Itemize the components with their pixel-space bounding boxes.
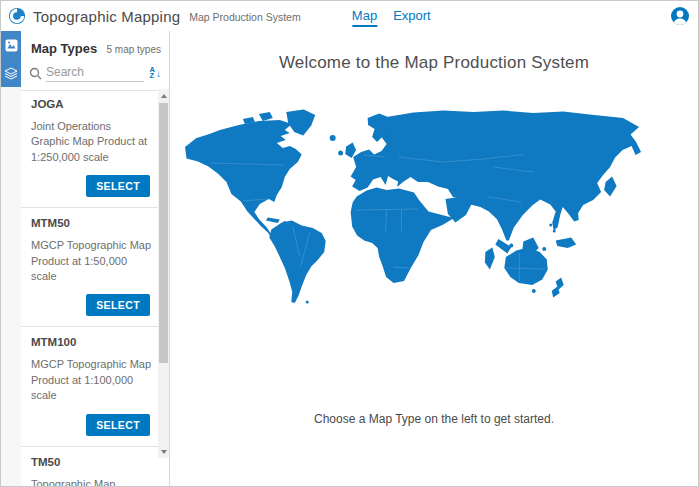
sidebar-scrollbar[interactable]: [158, 89, 169, 458]
map-type-name: TM50: [31, 456, 152, 468]
select-button-mtm100[interactable]: SELECT: [86, 414, 150, 436]
select-button-joga[interactable]: SELECT: [86, 175, 150, 197]
map-type-name: MTM100: [31, 336, 152, 348]
tool-rail: [1, 31, 21, 486]
map-type-list: JOGA Joint Operations Graphic Map Produc…: [21, 89, 158, 486]
body-row: Map Types 5 map types A Z ↓: [1, 31, 698, 486]
list-item-joga: JOGA Joint Operations Graphic Map Produc…: [21, 89, 158, 208]
map-type-name: MTM50: [31, 217, 152, 229]
scrollbar-down-icon[interactable]: [158, 445, 169, 458]
tab-map[interactable]: Map: [352, 8, 377, 27]
app-subtitle: Map Production System: [189, 11, 300, 23]
world-map: [184, 107, 663, 307]
select-button-mtm50[interactable]: SELECT: [86, 294, 150, 316]
tool-rail-active-group: [1, 31, 21, 87]
map-type-count: 5 map types: [107, 44, 161, 55]
user-avatar-icon[interactable]: [670, 6, 690, 26]
map-tool-icon[interactable]: [1, 31, 21, 59]
layers-icon[interactable]: [1, 59, 21, 87]
search-input[interactable]: [46, 64, 144, 82]
welcome-title: Welcome to the Map Production System: [170, 53, 698, 73]
map-type-description: MGCP Topographic Map Product at 1:100,00…: [31, 357, 152, 403]
map-types-panel: Map Types 5 map types A Z ↓: [21, 31, 170, 486]
panel-title: Map Types: [31, 41, 97, 56]
map-type-description: Joint Operations Graphic Map Product at …: [31, 119, 152, 165]
sort-az-icon[interactable]: A Z ↓: [150, 67, 161, 80]
main-tabs: Map Export: [352, 1, 431, 31]
list-item-tm50: TM50 Topographic Map Product at 1:50,000…: [21, 447, 158, 486]
search-icon: [29, 67, 42, 80]
app-title: Topographic Mapping: [33, 8, 180, 25]
map-type-name: JOGA: [31, 98, 152, 110]
app-window: Topographic Mapping Map Production Syste…: [0, 0, 699, 487]
scrollbar-thumb[interactable]: [159, 103, 168, 363]
main-content: Welcome to the Map Production System: [170, 31, 698, 486]
map-type-description: MGCP Topographic Map Product at 1:50,000…: [31, 238, 152, 284]
list-item-mtm100: MTM100 MGCP Topographic Map Product at 1…: [21, 327, 158, 446]
scrollbar-up-icon[interactable]: [158, 89, 169, 102]
search-row: A Z ↓: [21, 62, 169, 91]
map-type-description: Topographic Map Product at 1:50,000 scal…: [31, 477, 152, 486]
instruction-text: Choose a Map Type on the left to get sta…: [170, 412, 698, 426]
app-header: Topographic Mapping Map Production Syste…: [1, 1, 698, 31]
tab-export[interactable]: Export: [393, 8, 431, 27]
globe-logo-icon: [8, 7, 26, 25]
list-item-mtm50: MTM50 MGCP Topographic Map Product at 1:…: [21, 208, 158, 327]
panel-header: Map Types 5 map types: [21, 31, 169, 62]
